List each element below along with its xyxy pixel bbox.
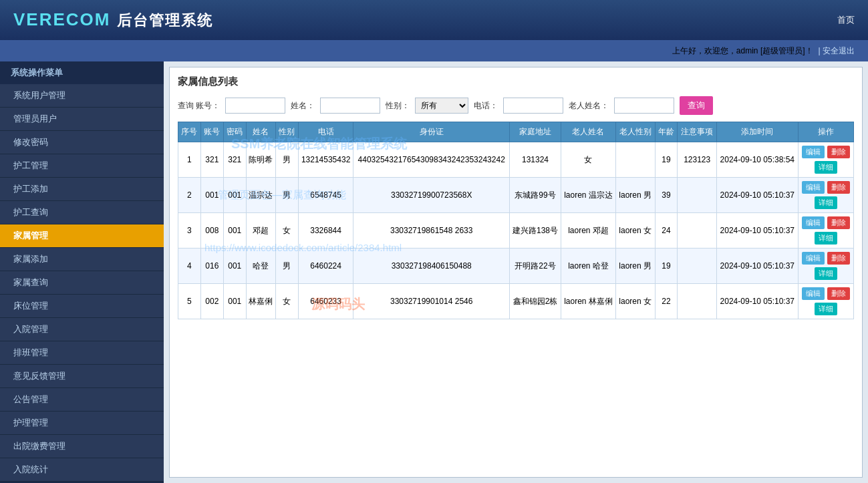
- col-gender: 性别: [275, 122, 298, 142]
- table-cell: 33032719861548 2633: [353, 213, 510, 249]
- col-id-card: 身份证: [353, 122, 510, 142]
- table-cell: 东城路99号: [509, 178, 561, 213]
- sidebar-item-family-add[interactable]: 家属添加: [0, 248, 164, 271]
- table-cell: 鑫和锦园2栋: [509, 284, 561, 319]
- edit-button[interactable]: 编辑: [802, 287, 825, 300]
- name-label: 姓名：: [291, 100, 315, 112]
- elder-name-input[interactable]: [614, 98, 674, 114]
- sidebar-item-admin-user[interactable]: 管理员用户: [0, 108, 164, 131]
- table-wrapper: 序号 账号 密码 姓名 性别 电话 身份证 家庭地址 老人姓名 老人性别 年龄: [178, 122, 854, 319]
- table-cell: laoren 男: [615, 249, 655, 284]
- sidebar-item-system-user[interactable]: 系统用户管理: [0, 84, 164, 108]
- sidebar-item-admission[interactable]: 入院管理: [0, 318, 164, 341]
- delete-button[interactable]: 删除: [827, 287, 850, 300]
- detail-button[interactable]: 详细: [815, 161, 837, 174]
- delete-button[interactable]: 删除: [827, 216, 850, 229]
- col-seq: 序号: [178, 122, 201, 142]
- table-cell: 1: [178, 142, 201, 178]
- col-elder-gender: 老人性别: [615, 122, 655, 142]
- col-address: 家庭地址: [509, 122, 561, 142]
- sidebar-item-announcement[interactable]: 公告管理: [0, 388, 164, 412]
- sidebar-item-bed-manage[interactable]: 床位管理: [0, 295, 164, 318]
- table-cell: 24: [655, 213, 678, 249]
- table-cell: 2024-09-10 05:38:54: [716, 142, 798, 178]
- table-cell: 016: [200, 249, 223, 284]
- edit-button[interactable]: 编辑: [802, 146, 825, 158]
- phone-input[interactable]: [503, 98, 563, 114]
- query-button[interactable]: 查询: [680, 96, 713, 115]
- name-input[interactable]: [320, 98, 380, 114]
- table-cell: 陈明希: [246, 142, 275, 178]
- table-cell: 开明路22号: [509, 249, 561, 284]
- table-cell: 2024-09-10 05:10:37: [716, 213, 798, 249]
- delete-button[interactable]: 删除: [827, 146, 850, 158]
- table-cell: 2024-09-10 05:10:37: [716, 178, 798, 213]
- table-cell: [678, 213, 717, 249]
- sidebar-item-nurse-query[interactable]: 护工查询: [0, 201, 164, 224]
- app-logo: VERECOM 后台管理系统: [13, 9, 213, 31]
- col-action: 操作: [798, 122, 853, 142]
- family-table: 序号 账号 密码 姓名 性别 电话 身份证 家庭地址 老人姓名 老人性别 年龄: [178, 122, 854, 319]
- delete-button[interactable]: 删除: [827, 181, 850, 194]
- sidebar-item-stats[interactable]: 入院统计: [0, 458, 164, 482]
- table-cell: 440325432176543098343242353243242: [353, 142, 510, 178]
- table-cell: 女: [561, 142, 616, 178]
- sidebar-item-nursing[interactable]: 护理管理: [0, 412, 164, 435]
- sidebar-item-nurse-add[interactable]: 护工添加: [0, 178, 164, 201]
- table-cell: 男: [275, 178, 298, 213]
- table-cell: 33032719900723568X: [353, 178, 510, 213]
- col-age: 年龄: [655, 122, 678, 142]
- delete-button[interactable]: 删除: [827, 252, 850, 265]
- edit-button[interactable]: 编辑: [802, 252, 825, 265]
- table-cell: [678, 249, 717, 284]
- table-cell: 6548745: [298, 178, 353, 213]
- sidebar-item-discharge[interactable]: 出院缴费管理: [0, 435, 164, 458]
- sidebar-item-nurse-manage[interactable]: 护工管理: [0, 154, 164, 178]
- gender-select[interactable]: 所有 男 女: [415, 98, 468, 114]
- detail-button[interactable]: 详细: [815, 196, 837, 209]
- table-cell: laoren 温宗达: [561, 178, 616, 213]
- table-cell: 女: [275, 284, 298, 319]
- col-notes: 注意事项: [678, 122, 717, 142]
- detail-button[interactable]: 详细: [815, 303, 837, 315]
- table-cell: 001: [223, 213, 246, 249]
- table-cell: 3326844: [298, 213, 353, 249]
- gender-label: 性别：: [386, 100, 410, 112]
- logout-button[interactable]: | 安全退出: [819, 45, 855, 57]
- welcome-text: 上午好，欢迎您，admin [超级管理员]！: [672, 45, 813, 57]
- col-name: 姓名: [246, 122, 275, 142]
- table-cell: 5: [178, 284, 201, 319]
- nav-home[interactable]: 首页: [837, 14, 855, 26]
- table-row: 2001001温宗达男654874533032719900723568X东城路9…: [178, 178, 854, 213]
- sidebar-item-change-password[interactable]: 修改密码: [0, 131, 164, 154]
- table-cell: 男: [275, 142, 298, 178]
- table-cell: [678, 178, 717, 213]
- table-cell: [615, 142, 655, 178]
- detail-button[interactable]: 详细: [815, 232, 837, 245]
- table-cell: 123123: [678, 142, 717, 178]
- table-cell: 330327198406150488: [353, 249, 510, 284]
- col-elder-name: 老人姓名: [561, 122, 616, 142]
- col-phone: 电话: [298, 122, 353, 142]
- detail-button[interactable]: 详细: [815, 267, 837, 280]
- table-cell: 001: [223, 284, 246, 319]
- table-row: 4016001哈登男6460224330327198406150488开明路22…: [178, 249, 854, 284]
- sidebar-item-schedule[interactable]: 排班管理: [0, 341, 164, 365]
- edit-button[interactable]: 编辑: [802, 181, 825, 194]
- account-input[interactable]: [225, 98, 285, 114]
- table-cell: 3: [178, 213, 201, 249]
- table-cell: 2024-09-10 05:10:37: [716, 249, 798, 284]
- col-add-time: 添加时间: [716, 122, 798, 142]
- sidebar-item-family-manage[interactable]: 家属管理: [0, 224, 164, 248]
- col-password: 密码: [223, 122, 246, 142]
- table-cell: 22: [655, 284, 678, 319]
- table-cell: 19: [655, 142, 678, 178]
- table-cell: 女: [275, 213, 298, 249]
- sidebar-item-family-query[interactable]: 家属查询: [0, 271, 164, 295]
- table-cell: 001: [223, 178, 246, 213]
- edit-button[interactable]: 编辑: [802, 216, 825, 229]
- sidebar-item-feedback[interactable]: 意见反馈管理: [0, 365, 164, 388]
- table-cell: laoren 邓超: [561, 213, 616, 249]
- table-cell: 001: [200, 178, 223, 213]
- table-cell: 邓超: [246, 213, 275, 249]
